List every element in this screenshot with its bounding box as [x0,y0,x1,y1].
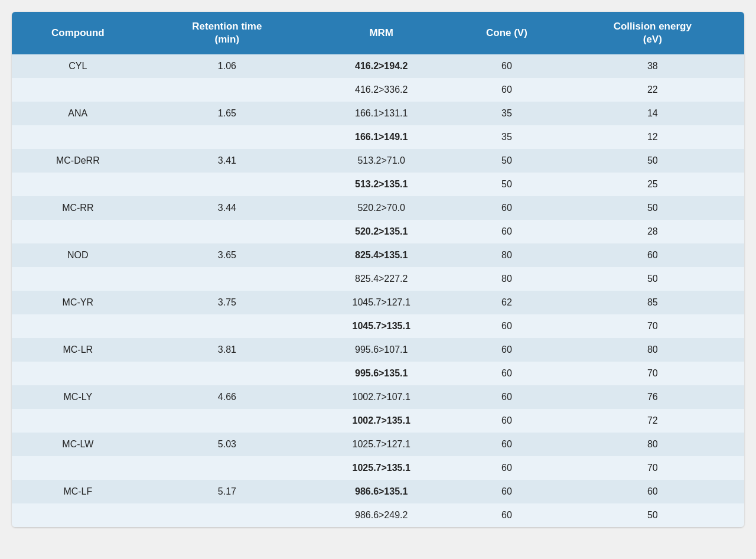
cell-collision: 70 [561,456,744,480]
cell-cone: 60 [452,503,561,527]
table-row: 1025.7>135.16070 [12,456,744,480]
table-row: CYL1.06416.2>194.26038 [12,54,744,78]
cell-collision: 76 [561,385,744,409]
cell-collision: 28 [561,220,744,243]
cell-mrm: 416.2>194.2 [310,54,452,78]
cell-compound [12,314,144,338]
table-row: 825.4>227.28050 [12,267,744,291]
cell-mrm: 986.6>249.2 [310,503,452,527]
cell-collision: 50 [561,503,744,527]
cell-retention [144,456,310,480]
cell-mrm: 1002.7>107.1 [310,385,452,409]
cell-cone: 80 [452,243,561,267]
col-header-retention: Retention time (min) [144,12,310,54]
cell-collision: 14 [561,102,744,125]
table-row: 166.1>149.13512 [12,125,744,149]
cell-mrm: 513.2>135.1 [310,173,452,196]
cell-retention: 5.03 [144,433,310,456]
cell-mrm: 1025.7>135.1 [310,456,452,480]
cell-retention [144,314,310,338]
cell-cone: 50 [452,173,561,196]
table-row: MC-YR3.751045.7>127.16285 [12,291,744,314]
cell-compound [12,125,144,149]
cell-cone: 60 [452,54,561,78]
table-header-row: Compound Retention time (min) MRM Cone (… [12,12,744,54]
table-row: MC-LW5.031025.7>127.16080 [12,433,744,456]
cell-compound [12,173,144,196]
cell-collision: 25 [561,173,744,196]
cell-cone: 62 [452,291,561,314]
table-row: 520.2>135.16028 [12,220,744,243]
cell-compound: MC-LR [12,338,144,362]
table-row: 1045.7>135.16070 [12,314,744,338]
cell-retention [144,220,310,243]
cell-cone: 35 [452,125,561,149]
cell-compound: ANA [12,102,144,125]
cell-collision: 70 [561,362,744,385]
cell-compound: NOD [12,243,144,267]
cell-mrm: 513.2>71.0 [310,149,452,173]
cell-cone: 60 [452,433,561,456]
cell-collision: 50 [561,196,744,220]
main-table-container: Compound Retention time (min) MRM Cone (… [12,12,744,527]
cell-retention [144,125,310,149]
cell-cone: 60 [452,338,561,362]
cell-compound: MC-LF [12,480,144,503]
table-row: ANA1.65166.1>131.13514 [12,102,744,125]
cell-compound: MC-DeRR [12,149,144,173]
table-row: 986.6>249.26050 [12,503,744,527]
cell-retention: 3.75 [144,291,310,314]
cell-compound: MC-LW [12,433,144,456]
table-row: MC-DeRR3.41513.2>71.05050 [12,149,744,173]
col-header-compound: Compound [12,12,144,54]
table-body: CYL1.06416.2>194.26038416.2>336.26022ANA… [12,54,744,527]
cell-collision: 85 [561,291,744,314]
cell-mrm: 1045.7>135.1 [310,314,452,338]
cell-cone: 60 [452,362,561,385]
cell-retention: 1.65 [144,102,310,125]
cell-collision: 22 [561,78,744,102]
cell-cone: 50 [452,149,561,173]
cell-collision: 50 [561,149,744,173]
cell-compound [12,362,144,385]
cell-compound [12,78,144,102]
cell-retention: 5.17 [144,480,310,503]
cell-retention: 1.06 [144,54,310,78]
table-row: 513.2>135.15025 [12,173,744,196]
cell-cone: 60 [452,196,561,220]
cell-mrm: 520.2>70.0 [310,196,452,220]
cell-retention: 4.66 [144,385,310,409]
cell-cone: 60 [452,456,561,480]
cell-compound [12,456,144,480]
cell-retention [144,78,310,102]
cell-cone: 60 [452,385,561,409]
table-row: MC-LY4.661002.7>107.16076 [12,385,744,409]
table-row: 995.6>135.16070 [12,362,744,385]
cell-retention [144,503,310,527]
cell-mrm: 986.6>135.1 [310,480,452,503]
table-row: 416.2>336.26022 [12,78,744,102]
cell-cone: 60 [452,314,561,338]
cell-mrm: 166.1>131.1 [310,102,452,125]
table-row: MC-LR3.81995.6>107.16080 [12,338,744,362]
cell-collision: 72 [561,409,744,433]
table-row: MC-LF5.17986.6>135.16060 [12,480,744,503]
cell-collision: 80 [561,338,744,362]
cell-retention: 3.81 [144,338,310,362]
cell-collision: 70 [561,314,744,338]
cell-mrm: 995.6>135.1 [310,362,452,385]
col-header-collision: Collision energy (eV) [561,12,744,54]
cell-collision: 80 [561,433,744,456]
cell-retention [144,409,310,433]
cell-compound [12,267,144,291]
cell-mrm: 520.2>135.1 [310,220,452,243]
cell-cone: 60 [452,78,561,102]
cell-compound: MC-LY [12,385,144,409]
cell-mrm: 1002.7>135.1 [310,409,452,433]
cell-compound [12,220,144,243]
cell-collision: 50 [561,267,744,291]
cell-retention [144,267,310,291]
col-header-mrm: MRM [310,12,452,54]
col-header-cone: Cone (V) [452,12,561,54]
table-row: NOD3.65825.4>135.18060 [12,243,744,267]
